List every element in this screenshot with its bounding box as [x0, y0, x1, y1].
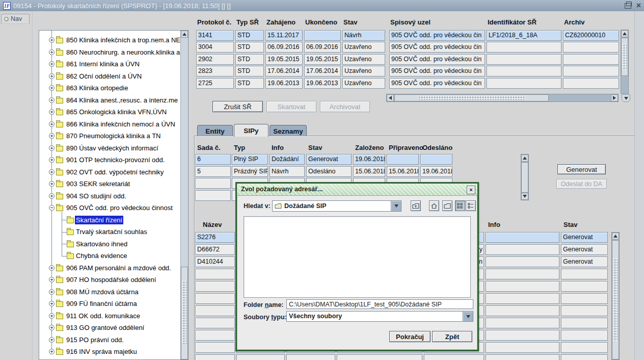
tree-item[interactable]: +890 Ústav vědeckých informací — [39, 142, 180, 155]
send-to-da-button[interactable]: Odeslat do DA — [556, 179, 607, 189]
protocol-cell[interactable] — [563, 54, 619, 65]
tree-expander-icon[interactable]: + — [49, 61, 55, 67]
tree-expander-icon[interactable]: + — [49, 193, 55, 199]
sip-cell[interactable]: Prázdný SIP — [232, 166, 268, 177]
entity-cell[interactable]: Generovat — [561, 256, 608, 267]
protocol-cell[interactable]: Návrh — [342, 30, 385, 41]
tree-expander-icon[interactable]: + — [49, 157, 55, 163]
entity-cell[interactable] — [486, 269, 559, 279]
sip-cell[interactable]: Návrh — [270, 166, 305, 177]
scroll-up-icon[interactable] — [181, 31, 188, 38]
continue-button[interactable]: Pokračuj — [389, 331, 431, 342]
sip-cell[interactable] — [387, 154, 419, 165]
protocol-cell[interactable]: 06.09.2016 — [265, 42, 303, 53]
tree-item[interactable]: Chybná evidence — [39, 250, 180, 262]
generate-button[interactable]: Generovat — [557, 164, 606, 174]
tab-seznamy[interactable]: Seznamy — [270, 125, 307, 137]
protocol-cell[interactable]: 17.06.2014 — [265, 66, 303, 76]
sip-cell[interactable]: Odesláno — [306, 166, 352, 177]
scroll-down-button[interactable] — [622, 94, 630, 102]
tree-expander-icon[interactable]: + — [49, 337, 55, 343]
protocol-cell[interactable]: Uzavřeno — [342, 66, 385, 76]
entity-table-vscrollbar[interactable] — [611, 232, 620, 360]
tree-expander-icon[interactable]: + — [49, 313, 55, 319]
folder-name-field[interactable]: C:\Users\DMAT\Desktop\1LF_test_905\Dožád… — [286, 299, 473, 309]
entity-cell[interactable] — [195, 305, 235, 316]
entity-cell[interactable] — [486, 354, 559, 360]
protocol-cell[interactable]: Uzavřeno — [342, 54, 385, 65]
protocol-cell[interactable]: 19.06.2013 — [304, 78, 341, 89]
sip-cell[interactable]: Dožádání — [270, 154, 305, 165]
protocol-cell[interactable]: CZ620000010 — [563, 30, 619, 41]
entity-cell[interactable] — [561, 293, 608, 304]
tree-item[interactable]: Skartováno ihned — [39, 238, 180, 250]
tree-item[interactable]: +915 PO právní odd. — [39, 334, 180, 346]
combo-dropdown-icon[interactable] — [391, 201, 401, 211]
combo-dropdown-icon[interactable] — [463, 312, 473, 321]
protocol-cell[interactable]: STD — [235, 78, 264, 89]
protocol-cell[interactable]: 905 OVČ odd. pro vědeckou čin — [389, 42, 485, 53]
protocol-cell[interactable] — [563, 66, 619, 76]
entity-cell[interactable] — [195, 330, 235, 341]
tree-item[interactable]: +901 OTP technicko-provozní odd. — [39, 154, 180, 166]
protocol-cell[interactable] — [563, 78, 619, 89]
entity-cell[interactable] — [486, 232, 559, 243]
sip-cell[interactable]: Plný SIP — [232, 154, 268, 165]
protocol-cell[interactable]: STD — [235, 30, 264, 41]
protocol-table-vscrollbar[interactable] — [621, 30, 629, 94]
entity-cell[interactable] — [486, 281, 559, 292]
tree-expander-icon[interactable]: + — [49, 265, 55, 271]
entity-cell[interactable] — [195, 293, 235, 304]
file-type-combobox[interactable]: Všechny soubory — [286, 311, 473, 322]
tree-expander-icon[interactable]: + — [49, 121, 55, 127]
tab-entity[interactable]: Entity — [197, 125, 233, 137]
entity-cell[interactable]: S2276 — [195, 232, 235, 243]
tree-expander-icon[interactable]: + — [49, 97, 55, 103]
tree-expander-icon[interactable]: + — [49, 73, 55, 79]
tree-item[interactable]: +850 Klinika infekčních a trop.nem.a NE — [39, 34, 180, 46]
scrollbar-thumb[interactable] — [181, 267, 188, 359]
scrollbar-thumb[interactable] — [521, 162, 528, 193]
nav-tab[interactable]: Nav — [1, 14, 30, 24]
protocol-cell[interactable] — [487, 66, 561, 76]
protocol-cell[interactable]: 2902 — [196, 54, 234, 65]
protocol-cell[interactable] — [487, 54, 561, 65]
entity-cell[interactable]: Generovat — [561, 244, 608, 255]
tree-item[interactable]: +861 Interní klinika a ÚVN — [39, 58, 180, 70]
scroll-right-icon[interactable] — [611, 94, 618, 101]
protocol-cell[interactable]: 2823 — [196, 66, 234, 76]
tree-item[interactable]: +911 OK odd. komunikace — [39, 310, 180, 322]
protocol-table-hscrollbar[interactable] — [386, 94, 619, 102]
protocol-cell[interactable]: 905 OVČ odd. pro vědeckou čin — [389, 54, 485, 65]
tree-item[interactable]: +864 Klinika anest.,resusc. a intenz.me — [39, 94, 180, 107]
protocol-cell[interactable]: 17.06.2014 — [304, 66, 341, 76]
entity-cell[interactable] — [195, 318, 235, 328]
protocol-cell[interactable]: LF1/2018_6_18A — [487, 30, 561, 41]
tree-expander-icon[interactable]: + — [49, 169, 55, 175]
protocol-cell[interactable]: STD — [235, 66, 264, 76]
protocol-cell[interactable]: 905 OVČ odd. pro vědeckou čin — [389, 78, 485, 89]
tree-item[interactable]: +870 Pneumologická klinika a TN — [39, 130, 180, 142]
entity-cell[interactable] — [486, 256, 559, 267]
tree-item[interactable]: +862 Oční oddělení a ÚVN — [39, 70, 180, 83]
protocol-cell[interactable]: Uzavřeno — [342, 42, 385, 53]
new-folder-icon[interactable] — [442, 200, 452, 211]
entity-cell[interactable] — [486, 330, 559, 341]
home-icon[interactable] — [429, 200, 439, 211]
tree-expander-icon[interactable]: + — [49, 109, 55, 115]
tree-item[interactable]: +908 MÚ mzdová účtárna — [39, 286, 180, 298]
tree-item[interactable]: +865 Onkologická klinika VFN,ÚVN — [39, 106, 180, 118]
entity-cell[interactable] — [561, 342, 608, 353]
scroll-left-icon[interactable] — [387, 94, 394, 101]
tree-expander-icon[interactable]: + — [49, 349, 55, 354]
sip-cell[interactable] — [195, 190, 231, 201]
close-window-icon[interactable]: × — [636, 2, 641, 10]
entity-cell[interactable] — [195, 342, 235, 353]
protocol-cell[interactable]: STD — [235, 54, 264, 65]
tree-item[interactable]: +909 FÚ finanční účtárna — [39, 298, 180, 310]
entity-cell[interactable] — [195, 281, 235, 292]
scrollbar-thumb[interactable] — [621, 38, 628, 76]
shred-button[interactable]: Skartovat — [266, 101, 316, 112]
entity-cell[interactable]: Generovat — [561, 232, 608, 243]
list-view-icon[interactable] — [455, 200, 465, 211]
